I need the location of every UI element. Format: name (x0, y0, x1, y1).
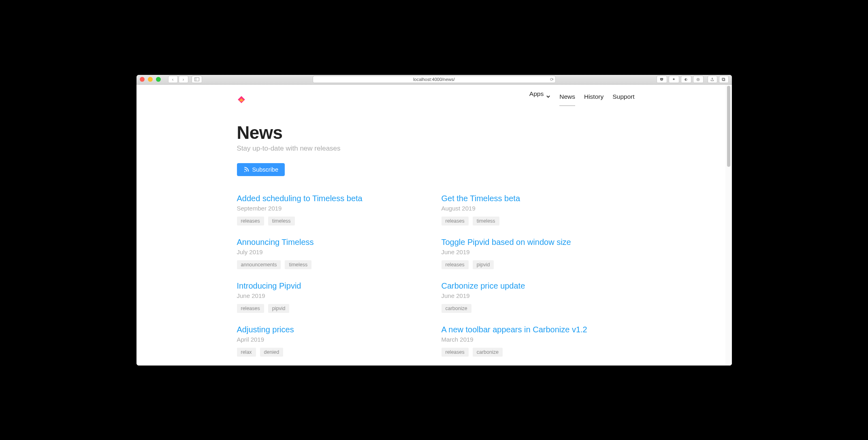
post-title-link[interactable]: Get the Timeless beta (441, 194, 631, 203)
post-date: March 2019 (441, 336, 631, 343)
post-date: June 2019 (441, 249, 631, 255)
post-date: June 2019 (441, 292, 631, 299)
tag[interactable]: releases (441, 260, 469, 269)
pocket-button[interactable] (657, 76, 667, 83)
tag[interactable]: announcements (237, 260, 281, 269)
nav-apps-label: Apps (529, 90, 544, 103)
post-date: July 2019 (237, 249, 427, 255)
tag[interactable]: releases (441, 217, 469, 225)
post-title-link[interactable]: A new toolbar appears in Carbonize v1.2 (441, 325, 631, 334)
post-tags: releasescarbonize (441, 348, 631, 357)
svg-rect-6 (722, 78, 725, 80)
svg-rect-5 (723, 79, 725, 81)
post: Introducing PipvidJune 2019releasespipvi… (237, 281, 427, 313)
window-controls (140, 77, 161, 82)
nav-apps[interactable]: Apps (529, 90, 550, 109)
nav-support[interactable]: Support (612, 93, 634, 106)
posts-grid: Added scheduling to Timeless betaSeptemb… (237, 194, 631, 366)
minimize-button[interactable] (148, 77, 153, 82)
tag[interactable]: relax (237, 348, 256, 357)
post-title-link[interactable]: Adjusting prices (237, 325, 427, 334)
post: Added scheduling to Timeless betaSeptemb… (237, 194, 427, 225)
post: Carbonize price updateJune 2019carbonize (441, 281, 631, 313)
sidebar-icon (194, 77, 199, 81)
svg-rect-0 (194, 78, 199, 81)
page-subtitle: Stay up-to-date with new releases (237, 145, 631, 153)
toolbar-extensions (657, 76, 704, 83)
post-date: April 2019 (237, 336, 427, 343)
post-date: June 2019 (237, 292, 427, 299)
post-title-link[interactable]: Announcing Timeless (237, 238, 427, 247)
post-tags: relaxdenied (237, 348, 427, 357)
post-title-link[interactable]: Added scheduling to Timeless beta (237, 194, 427, 203)
tag[interactable]: timeless (268, 217, 295, 225)
browser-titlebar: ‹ › localhost:4000/news/ ⟳ (136, 75, 732, 85)
nav-history[interactable]: History (584, 93, 604, 106)
tag[interactable]: denied (260, 348, 284, 357)
tag[interactable]: timeless (285, 260, 311, 269)
posts-column-right: Get the Timeless betaAugust 2019releases… (441, 194, 631, 366)
tabs-button[interactable] (719, 76, 729, 83)
browser-window: ‹ › localhost:4000/news/ ⟳ (136, 75, 732, 366)
post-date: September 2019 (237, 205, 427, 212)
share-button[interactable] (708, 76, 717, 83)
tag[interactable]: pipvid (268, 304, 290, 313)
maximize-button[interactable] (156, 77, 161, 82)
forward-button[interactable]: › (179, 76, 188, 83)
scrollbar-track[interactable] (725, 85, 732, 366)
posts-column-left: Added scheduling to Timeless betaSeptemb… (237, 194, 427, 366)
nav-buttons: ‹ › (168, 76, 188, 83)
tag[interactable]: carbonize (473, 348, 503, 357)
page-content: News Stay up-to-date with new releases S… (136, 114, 732, 366)
post: Adjusting pricesApril 2019relaxdenied (237, 325, 427, 357)
svg-point-4 (697, 79, 698, 80)
adblock-button[interactable] (693, 76, 704, 83)
page-viewport: Apps News History Support News Stay up-t… (136, 85, 732, 366)
post-tags: releasestimeless (237, 217, 427, 225)
site-header: Apps News History Support (136, 85, 732, 114)
subscribe-button[interactable]: Subscribe (237, 163, 285, 176)
post-date: August 2019 (441, 205, 631, 212)
post-tags: releasestimeless (441, 217, 631, 225)
subscribe-label: Subscribe (252, 166, 278, 173)
main-nav: Apps News History Support (529, 90, 635, 109)
post: Announcing TimelessJuly 2019announcement… (237, 238, 427, 269)
post-tags: releasespipvid (237, 304, 427, 313)
tag[interactable]: releases (237, 217, 264, 225)
address-bar[interactable]: localhost:4000/news/ ⟳ (313, 76, 556, 83)
tag[interactable]: timeless (473, 217, 499, 225)
rss-icon (243, 167, 249, 172)
tag[interactable]: releases (237, 304, 264, 313)
nav-news[interactable]: News (559, 93, 575, 106)
tag[interactable]: releases (441, 348, 469, 357)
tag[interactable]: carbonize (441, 304, 471, 313)
logo-icon[interactable] (237, 95, 246, 104)
tag[interactable]: pipvid (473, 260, 494, 269)
url-text: localhost:4000/news/ (413, 77, 455, 82)
post: Toggle Pipvid based on window sizeJune 2… (441, 238, 631, 269)
window-tools (708, 76, 729, 83)
back-button[interactable]: ‹ (168, 76, 178, 83)
post-tags: releasespipvid (441, 260, 631, 269)
post: Get the Timeless betaAugust 2019releases… (441, 194, 631, 225)
chevron-down-icon (546, 94, 550, 99)
post-title-link[interactable]: Introducing Pipvid (237, 281, 427, 291)
sidebar-toggle-button[interactable] (192, 76, 202, 83)
page-title: News (237, 123, 631, 143)
post-title-link[interactable]: Toggle Pipvid based on window size (441, 238, 631, 247)
post: A new toolbar appears in Carbonize v1.2M… (441, 325, 631, 357)
post-title-link[interactable]: Carbonize price update (441, 281, 631, 291)
post-tags: carbonize (441, 304, 631, 313)
pin-button[interactable] (669, 76, 679, 83)
scrollbar-thumb[interactable] (727, 86, 730, 167)
close-button[interactable] (140, 77, 145, 82)
post-tags: announcementstimeless (237, 260, 427, 269)
reload-icon[interactable]: ⟳ (550, 77, 554, 82)
dark-mode-button[interactable] (681, 76, 691, 83)
